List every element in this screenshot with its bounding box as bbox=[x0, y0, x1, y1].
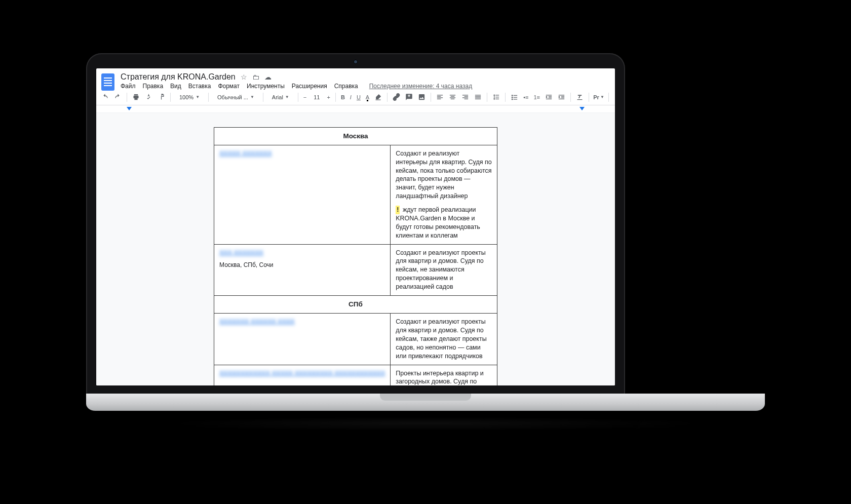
line-spacing-icon[interactable] bbox=[492, 93, 500, 102]
align-justify-icon[interactable] bbox=[474, 93, 482, 102]
laptop-mockup: Стратегия для KRONA.Garden ☆ 🗀 ☁ Файл Пр… bbox=[86, 53, 765, 431]
separator bbox=[208, 93, 209, 102]
bold-icon[interactable]: B bbox=[341, 93, 345, 102]
increase-indent-icon[interactable] bbox=[558, 93, 565, 102]
menu-file[interactable]: Файл bbox=[121, 83, 136, 90]
document-title[interactable]: Стратегия для KRONA.Garden bbox=[121, 72, 236, 82]
right-indent-marker-icon[interactable] bbox=[579, 107, 585, 110]
separator bbox=[263, 93, 263, 102]
underline-icon[interactable]: U bbox=[357, 93, 361, 102]
paragraph-style-select[interactable]: Обычный ...▼ bbox=[214, 93, 258, 102]
company-cell[interactable]: XXXXX XXXXXXX bbox=[214, 145, 391, 244]
menu-bar: Файл Правка Вид Вставка Формат Инструмен… bbox=[121, 83, 472, 90]
company-cell[interactable]: XXXXXXX XXXXXX XXXX bbox=[214, 314, 391, 365]
laptop-lid: Стратегия для KRONA.Garden ☆ 🗀 ☁ Файл Пр… bbox=[86, 53, 625, 396]
menu-edit[interactable]: Правка bbox=[143, 83, 164, 90]
align-right-icon[interactable] bbox=[461, 93, 469, 102]
company-link[interactable]: XXXXXXX XXXXXX XXXX bbox=[219, 318, 295, 326]
google-docs-logo-icon[interactable] bbox=[101, 73, 114, 91]
menu-insert[interactable]: Вставка bbox=[188, 83, 211, 90]
section-header[interactable]: Москва bbox=[214, 127, 497, 145]
star-icon[interactable]: ☆ bbox=[241, 73, 247, 81]
screen: Стратегия для KRONA.Garden ☆ 🗀 ☁ Файл Пр… bbox=[96, 68, 615, 385]
font-size-input[interactable]: 11 bbox=[312, 93, 322, 101]
camera-icon bbox=[353, 59, 358, 64]
spellcheck-icon[interactable] bbox=[145, 93, 152, 102]
title-row: Стратегия для KRONA.Garden ☆ 🗀 ☁ bbox=[121, 72, 472, 82]
document-canvas[interactable]: МоскваXXXXX XXXXXXXСоздают и реализуют и… bbox=[96, 113, 615, 385]
page[interactable]: МоскваXXXXX XXXXXXXСоздают и реализуют и… bbox=[214, 127, 497, 385]
zoom-select[interactable]: 100%▼ bbox=[176, 93, 203, 102]
undo-icon[interactable] bbox=[101, 93, 109, 102]
font-size-decrease-icon[interactable]: − bbox=[303, 93, 306, 102]
separator bbox=[170, 93, 171, 102]
description-cell[interactable]: Создают и реализуют проекты для квартир … bbox=[391, 244, 497, 295]
font-size-increase-icon[interactable]: + bbox=[327, 93, 330, 102]
menu-extensions[interactable]: Расширения bbox=[292, 83, 327, 90]
cell-fill-icon[interactable]: Pr▼ bbox=[594, 93, 603, 102]
laptop-shadow bbox=[127, 416, 724, 431]
italic-icon[interactable]: I bbox=[350, 93, 352, 102]
left-indent-marker-icon[interactable] bbox=[127, 107, 132, 110]
laptop-base bbox=[86, 394, 765, 411]
insert-image-icon[interactable] bbox=[418, 93, 426, 102]
paragraph: Проекты интерьера квартир и загородных д… bbox=[396, 369, 492, 385]
menu-view[interactable]: Вид bbox=[170, 83, 181, 90]
company-link[interactable]: XXXXXXXXXXXX XXXXX XXXXXXXXX XXXXXXXXXXX… bbox=[219, 369, 385, 378]
redo-icon[interactable] bbox=[114, 93, 122, 102]
numbered-list-icon[interactable]: 1≡ bbox=[533, 93, 540, 102]
table-row[interactable]: XXXXX XXXXXXXСоздают и реализуют интерье… bbox=[214, 145, 497, 244]
font-select[interactable]: Arial▼ bbox=[268, 93, 293, 102]
border-color-icon[interactable] bbox=[614, 93, 615, 102]
text-color-icon[interactable]: A bbox=[366, 93, 369, 102]
separator bbox=[335, 93, 336, 102]
description-cell[interactable]: Создают и реализуют проекты для квартир … bbox=[391, 314, 497, 365]
menu-help[interactable]: Справка bbox=[334, 83, 358, 90]
company-link[interactable]: XXX XXXXXXX bbox=[219, 249, 263, 257]
separator bbox=[487, 93, 487, 102]
separator bbox=[570, 93, 571, 102]
table-row[interactable]: XXXXXXXXXXXX XXXXX XXXXXXXXX XXXXXXXXXXX… bbox=[214, 365, 497, 385]
print-icon[interactable] bbox=[132, 93, 140, 102]
paragraph: Создают и реализуют проекты для квартир … bbox=[396, 318, 492, 360]
ruler[interactable] bbox=[96, 105, 615, 113]
paragraph: Создают и реализуют интерьеры для кварти… bbox=[396, 149, 492, 201]
last-edit-link[interactable]: Последнее изменение: 4 часа назад bbox=[369, 83, 472, 90]
add-comment-icon[interactable] bbox=[405, 93, 413, 102]
content-table[interactable]: МоскваXXXXX XXXXXXXСоздают и реализуют и… bbox=[214, 127, 497, 385]
highlight-mark-icon: ! bbox=[396, 206, 400, 214]
bulleted-list-icon[interactable]: •≡ bbox=[523, 93, 528, 102]
separator bbox=[127, 93, 127, 102]
paint-format-icon[interactable] bbox=[158, 93, 165, 102]
move-icon[interactable]: 🗀 bbox=[252, 73, 259, 81]
company-cell[interactable]: XXXXXXXXXXXX XXXXX XXXXXXXXX XXXXXXXXXXX… bbox=[214, 365, 391, 385]
paragraph: Создают и реализуют проекты для квартир … bbox=[396, 249, 492, 291]
company-cell[interactable]: XXX XXXXXXXМосква, СПб, Сочи bbox=[214, 244, 391, 295]
description-cell[interactable]: Проекты интерьера квартир и загородных д… bbox=[391, 365, 497, 385]
highlight-color-icon[interactable] bbox=[374, 93, 382, 102]
docs-header: Стратегия для KRONA.Garden ☆ 🗀 ☁ Файл Пр… bbox=[96, 68, 615, 91]
company-sublabel: Москва, СПб, Сочи bbox=[219, 261, 385, 269]
menu-tools[interactable]: Инструменты bbox=[247, 83, 285, 90]
separator bbox=[298, 93, 298, 102]
company-link[interactable]: XXXXX XXXXXXX bbox=[219, 149, 272, 158]
cloud-status-icon[interactable]: ☁ bbox=[264, 73, 272, 81]
clear-formatting-icon[interactable] bbox=[576, 93, 584, 102]
title-area: Стратегия для KRONA.Garden ☆ 🗀 ☁ Файл Пр… bbox=[121, 72, 472, 90]
checklist-icon[interactable] bbox=[511, 93, 518, 102]
align-center-icon[interactable] bbox=[449, 93, 456, 102]
toolbar: 100%▼ Обычный ...▼ Arial▼ − 11 + B I U A bbox=[96, 91, 615, 105]
table-row[interactable]: XXXXXXX XXXXXX XXXXСоздают и реализуют п… bbox=[214, 314, 497, 365]
section-header[interactable]: СПб bbox=[214, 295, 497, 313]
stage: Стратегия для KRONA.Garden ☆ 🗀 ☁ Файл Пр… bbox=[0, 0, 851, 504]
description-cell[interactable]: Создают и реализуют интерьеры для кварти… bbox=[391, 145, 497, 244]
separator bbox=[589, 93, 589, 102]
insert-link-icon[interactable] bbox=[393, 93, 400, 102]
decrease-indent-icon[interactable] bbox=[545, 93, 553, 102]
table-row[interactable]: XXX XXXXXXXМосква, СПб, СочиСоздают и ре… bbox=[214, 244, 497, 295]
separator bbox=[387, 93, 388, 102]
separator bbox=[505, 93, 506, 102]
menu-format[interactable]: Формат bbox=[218, 83, 240, 90]
align-left-icon[interactable] bbox=[436, 93, 444, 102]
separator bbox=[431, 93, 431, 102]
